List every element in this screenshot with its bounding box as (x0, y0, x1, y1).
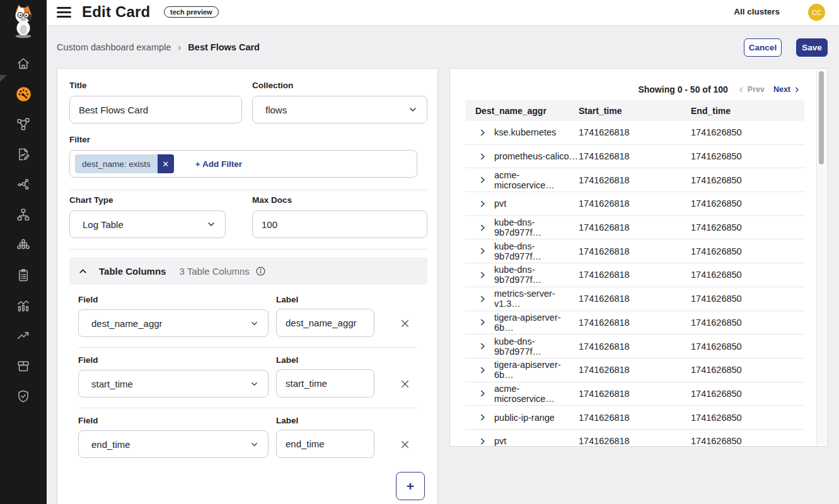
row-expand-chevron-icon[interactable] (478, 270, 487, 280)
row-expand-chevron-icon[interactable] (478, 175, 487, 185)
dest-name-cell: pvt (494, 198, 506, 209)
collection-select[interactable]: flows (252, 96, 427, 123)
menu-icon[interactable] (57, 7, 71, 18)
remove-filter-icon[interactable]: ✕ (158, 154, 174, 173)
topbar: Edit Card tech preview All clusters CC (47, 0, 839, 26)
row-expand-chevron-icon[interactable] (478, 223, 487, 232)
next-page-button[interactable]: Next (773, 85, 801, 94)
end-time-cell: 1741626850 (691, 222, 804, 232)
row-expand-chevron-icon[interactable] (478, 199, 487, 209)
start-time-cell: 1741626818 (579, 294, 691, 304)
column-label-input-3[interactable] (276, 430, 374, 458)
column-field-value-3: end_time (91, 439, 130, 450)
start-time-cell: 1741626818 (579, 175, 691, 185)
dest-name-cell: kube-dns-9b7d977f… (494, 265, 579, 285)
sidebar-item-service-graph[interactable] (0, 169, 47, 200)
start-time-cell: 1741626818 (579, 198, 691, 209)
end-time-cell: 1741626850 (691, 341, 804, 352)
row-expand-chevron-icon[interactable] (478, 389, 487, 398)
prev-page-button[interactable]: Prev (737, 85, 765, 94)
chevron-right-icon (793, 86, 801, 94)
scrollbar-thumb[interactable] (819, 71, 824, 164)
sidebar-item-hierarchy[interactable] (0, 200, 47, 230)
table-row: tigera-apiserver-6b… 1741626818 17416268… (465, 358, 804, 382)
vertical-scrollbar[interactable] (816, 70, 826, 445)
breadcrumb-parent-link[interactable]: Custom dashboard example (57, 42, 171, 52)
chevron-down-icon (408, 105, 418, 115)
field-caption: Field (78, 295, 98, 304)
row-expand-chevron-icon[interactable] (478, 128, 487, 137)
table-columns-count: 3 Table Columns (179, 266, 249, 277)
title-label: Title (69, 81, 87, 90)
cluster-circles-icon (16, 238, 31, 253)
row-expand-chevron-icon[interactable] (478, 437, 487, 446)
cluster-selector[interactable]: All clusters (734, 7, 780, 16)
avatar[interactable]: CC (808, 4, 825, 21)
row-expand-chevron-icon[interactable] (478, 318, 487, 327)
row-expand-chevron-icon[interactable] (478, 246, 487, 256)
remove-column-icon-1[interactable] (397, 316, 412, 331)
row-expand-chevron-icon[interactable] (478, 294, 487, 304)
sidebar-item-clusters[interactable] (0, 230, 47, 260)
table-row: kse.kubernetes 1741626818 1741626850 (465, 121, 804, 145)
sidebar-item-policies[interactable] (0, 260, 47, 290)
sidebar (0, 0, 47, 504)
calico-cat-logo (0, 4, 47, 39)
row-expand-chevron-icon[interactable] (478, 341, 487, 351)
column-label-input-1[interactable] (276, 309, 374, 337)
sidebar-item-statistics[interactable] (0, 290, 47, 321)
row-expand-chevron-icon[interactable] (478, 152, 487, 161)
sidebar-nav (0, 49, 47, 411)
table-row: acme-microservice… 1741626818 1741626850 (465, 168, 804, 192)
column-field-select-2[interactable]: start_time (78, 370, 269, 398)
sidebar-item-packages[interactable] (0, 351, 47, 381)
remove-column-icon-2[interactable] (397, 376, 412, 391)
cancel-button[interactable]: Cancel (744, 38, 782, 57)
end-time-cell: 1741626850 (691, 389, 804, 399)
start-time-cell: 1741626818 (579, 222, 691, 232)
add-filter-link[interactable]: + Add Filter (195, 159, 242, 169)
table-row: kube-dns-9b7d977f… 1741626818 1741626850 (465, 239, 804, 263)
table-row: public-ip-range 1741626818 1741626850 (465, 406, 804, 430)
table-row: pvt 1741626818 1741626850 (465, 192, 804, 216)
row-expand-chevron-icon[interactable] (478, 365, 487, 375)
label-caption: Label (276, 295, 298, 304)
max-docs-input[interactable] (252, 210, 427, 238)
column-label-input-2[interactable] (276, 369, 374, 398)
column-field-select-3[interactable]: end_time (78, 430, 269, 458)
stats-chart-icon (16, 298, 31, 313)
sidebar-item-network-topology[interactable] (0, 109, 47, 139)
start-time-cell: 1741626818 (579, 413, 691, 423)
sidebar-item-trends[interactable] (0, 321, 47, 351)
chart-type-select[interactable]: Log Table (69, 210, 226, 238)
chevron-down-icon (250, 319, 259, 328)
row-expand-chevron-icon[interactable] (478, 413, 487, 422)
dest-name-cell: prometheus-calico… (494, 151, 578, 161)
info-icon[interactable] (255, 266, 266, 277)
dest-name-cell: public-ip-range (494, 413, 555, 423)
column-field-select-1[interactable]: dest_name_aggr (78, 309, 269, 337)
home-icon (16, 56, 31, 71)
save-button[interactable]: Save (796, 38, 828, 57)
title-input[interactable] (69, 96, 242, 123)
breadcrumb: Custom dashboard example › Best Flows Ca… (57, 42, 260, 52)
start-time-cell: 1741626818 (579, 389, 691, 399)
sidebar-item-security[interactable] (0, 381, 47, 411)
table-row: kube-dns-9b7d977f… 1741626818 1741626850 (465, 216, 804, 240)
table-columns-section-header[interactable]: Table Columns 3 Table Columns (69, 257, 427, 285)
filter-box: dest_name: exists ✕ + Add Filter (69, 150, 417, 178)
add-column-button[interactable]: + (396, 472, 425, 500)
dashboard-gauge-icon (15, 86, 32, 103)
card-editor-form: Title Collection flows Filter dest_name:… (57, 68, 438, 504)
sidebar-item-dashboards-active[interactable] (0, 79, 47, 109)
collapse-chevron-up-icon[interactable] (78, 266, 88, 277)
start-time-cell: 1741626818 (579, 127, 691, 137)
label-caption: Label (276, 416, 298, 425)
sidebar-item-home[interactable] (0, 49, 47, 79)
sidebar-item-reports[interactable] (0, 139, 47, 169)
remove-column-icon-3[interactable] (397, 437, 412, 452)
dest-name-cell: kube-dns-9b7d977f… (494, 241, 579, 261)
report-edit-icon (16, 147, 31, 162)
start-time-cell: 1741626818 (579, 246, 691, 256)
table-row: metrics-server-v1.3… 1741626818 17416268… (465, 287, 804, 311)
